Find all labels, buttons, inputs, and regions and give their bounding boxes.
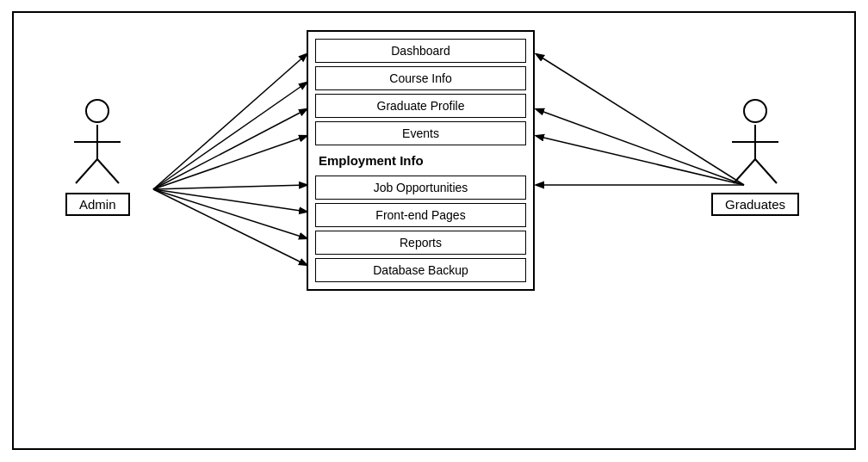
usecase-course-info: Course Info — [315, 66, 526, 90]
graduates-figure — [725, 99, 785, 188]
usecase-front-end-pages: Front-end Pages — [315, 203, 526, 227]
admin-figure — [67, 99, 127, 188]
usecase-database-backup: Database Backup — [315, 258, 526, 282]
usecase-employment-info: Employment Info — [315, 149, 526, 172]
usecase-container: Dashboard Course Info Graduate Profile E… — [307, 30, 535, 291]
graduates-label: Graduates — [711, 193, 799, 216]
svg-line-19 — [755, 159, 777, 183]
svg-line-2 — [153, 109, 307, 189]
svg-line-5 — [153, 189, 307, 212]
usecase-events: Events — [315, 121, 526, 145]
admin-label: Admin — [65, 193, 130, 216]
graduates-actor: Graduates — [711, 99, 799, 216]
svg-line-0 — [153, 54, 307, 189]
usecase-job-opportunities: Job Opportunities — [315, 176, 526, 200]
usecase-dashboard: Dashboard — [315, 39, 526, 63]
svg-line-7 — [153, 189, 307, 265]
svg-line-18 — [734, 159, 755, 183]
usecase-reports: Reports — [315, 231, 526, 255]
svg-line-6 — [153, 189, 307, 238]
admin-actor: Admin — [65, 99, 130, 216]
admin-head — [85, 99, 109, 123]
svg-line-4 — [153, 185, 307, 189]
svg-line-3 — [153, 136, 307, 189]
svg-line-15 — [97, 159, 119, 183]
diagram-container: Admin Graduates Dashboard Course Info Gr… — [12, 11, 856, 450]
svg-line-14 — [76, 159, 97, 183]
admin-body-svg — [67, 123, 127, 188]
svg-line-1 — [153, 83, 307, 189]
usecase-graduate-profile: Graduate Profile — [315, 94, 526, 118]
graduates-body-svg — [725, 123, 785, 188]
graduates-head — [743, 99, 767, 123]
